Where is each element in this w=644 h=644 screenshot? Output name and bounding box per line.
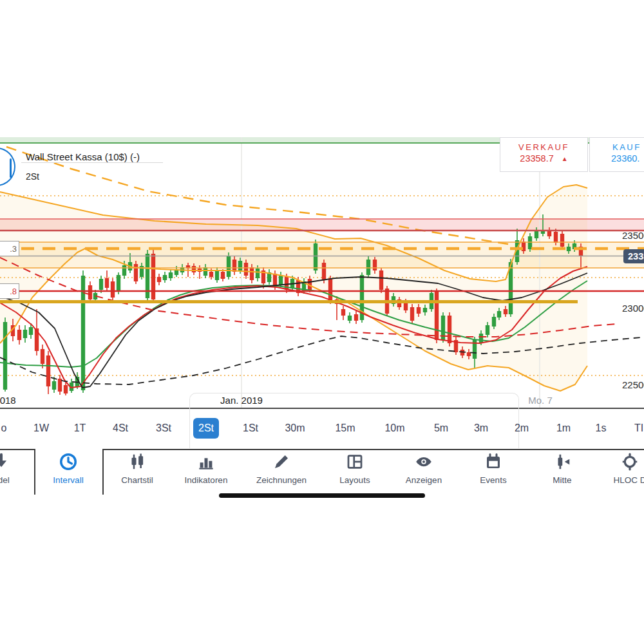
toolbar-item-label: Layouts	[319, 475, 390, 485]
candle-up	[227, 256, 231, 277]
candle-down	[341, 309, 345, 316]
sell-button[interactable]: VERKAUF 23358.7 ▲	[500, 137, 588, 172]
price-chart-canvas[interactable]	[0, 0, 644, 644]
level-price-tag: .3	[0, 241, 19, 256]
candle-down	[221, 272, 225, 279]
candle-down	[88, 285, 92, 299]
toolbar-item-layouts[interactable]: Layouts	[319, 452, 390, 491]
clock-icon	[33, 452, 104, 474]
interval-option-30m[interactable]: 30m	[277, 418, 313, 439]
interval-option-3st[interactable]: 3St	[146, 418, 182, 439]
toolbar-item-chartstil[interactable]: Chartstil	[102, 452, 173, 491]
price-axis-label: 22500	[622, 379, 644, 390]
interval-option-2st[interactable]: 2St	[193, 418, 219, 439]
candle-up	[423, 308, 427, 312]
toolbar-item-zeichnungen[interactable]: Zeichnungen	[246, 452, 317, 491]
interval-option-5m[interactable]: 5m	[423, 418, 459, 439]
candle-down	[410, 307, 414, 321]
candle-down	[111, 281, 115, 298]
interval-option-10m[interactable]: 10m	[377, 418, 413, 439]
toolbar-item-label: ndel	[0, 475, 37, 485]
candle-up	[366, 260, 370, 275]
interval-option-1t[interactable]: 1T	[62, 418, 98, 439]
toolbar-item-label: Events	[458, 475, 529, 485]
toolbar-item-mitte[interactable]: Mitte	[527, 452, 598, 491]
toolbar-item-events[interactable]: Events	[458, 452, 529, 491]
interval-option-1st[interactable]: 1St	[232, 418, 269, 439]
candle-down	[17, 330, 21, 340]
download-icon	[0, 452, 37, 474]
interval-option-3m[interactable]: 3m	[463, 418, 499, 439]
candle-down	[354, 314, 358, 321]
candle-up	[3, 322, 7, 390]
instrument-title[interactable]: Wall Street Kassa (10$) (-)	[26, 151, 140, 162]
level-price-tag: .8	[0, 283, 19, 299]
time-axis-label: Mo. 7	[528, 395, 553, 406]
title-underline	[21, 162, 163, 163]
toolbar-item-indikatoren[interactable]: Indikatoren	[171, 452, 242, 491]
candle-down	[244, 263, 248, 276]
interval-option-4st[interactable]: 4St	[102, 418, 138, 439]
candle-down	[417, 307, 421, 314]
sell-price: 23358.7 ▲	[500, 153, 587, 164]
toolbar-item-ndel[interactable]: ndel	[0, 452, 37, 491]
candle-up	[29, 327, 33, 335]
candle-down	[379, 270, 383, 290]
candle-up	[169, 272, 173, 278]
price-axis-label: 23500	[622, 230, 644, 241]
interval-option-1w[interactable]: 1W	[23, 418, 59, 439]
chart-interval-label: 2St	[26, 171, 39, 182]
toolbar-item-hloc-d[interactable]: HLOC D	[594, 452, 644, 491]
toolbar-item-intervall[interactable]: Intervall	[33, 452, 104, 491]
candle-up	[117, 275, 120, 292]
candle-up	[215, 270, 219, 280]
candle-up	[497, 311, 501, 317]
interval-option-ti[interactable]: TI	[621, 418, 644, 439]
sell-label: VERKAUF	[500, 142, 587, 152]
price-axis-label: 23000	[622, 303, 644, 314]
candle-up	[348, 316, 352, 321]
candle-down	[250, 267, 254, 280]
buy-price: 23360.	[590, 153, 644, 164]
toolbar-item-label: Intervall	[33, 475, 104, 485]
home-indicator[interactable]	[219, 493, 425, 498]
pencil-icon	[246, 452, 317, 474]
candlestick-icon	[102, 452, 173, 474]
candle-up	[163, 275, 167, 280]
candle-down	[322, 263, 326, 280]
toolbar-item-label: Indikatoren	[171, 475, 242, 485]
candle-down	[560, 234, 564, 247]
layout-icon	[319, 452, 390, 474]
candle-up	[279, 275, 283, 285]
candle-up	[535, 231, 538, 238]
candle-down	[554, 232, 558, 243]
trading-app-screen: Wall Street Kassa (10$) (-) 2St VERKAUF …	[0, 0, 644, 644]
up-triangle-icon: ▲	[562, 155, 568, 162]
interval-option-15m[interactable]: 15m	[327, 418, 363, 439]
candle-down	[547, 231, 551, 236]
candle-up	[238, 261, 242, 270]
interval-option-o[interactable]: o	[0, 418, 22, 439]
candle-down	[373, 260, 377, 270]
candle-up	[479, 334, 483, 343]
instrument-logo-bar	[10, 158, 12, 178]
candle-up	[314, 243, 317, 270]
candle-down	[157, 277, 161, 282]
interval-option-1s[interactable]: 1s	[583, 418, 619, 439]
candle-up	[52, 381, 56, 390]
toolbar-item-label: Mitte	[527, 475, 598, 485]
eye-icon	[388, 452, 459, 474]
toolbar-item-anzeigen[interactable]: Anzeigen	[388, 452, 459, 491]
interval-option-1m[interactable]: 1m	[545, 418, 582, 439]
candle-down	[504, 309, 507, 314]
current-price-badge: 23358.7	[623, 249, 644, 263]
candle-down	[209, 272, 213, 277]
candle-up	[567, 247, 571, 251]
toolbar-item-label: Zeichnungen	[246, 475, 317, 485]
hloc-target-icon	[594, 452, 644, 474]
candle-down	[134, 264, 138, 281]
interval-option-2m[interactable]: 2m	[504, 418, 540, 439]
candle-down	[232, 260, 236, 272]
buy-button[interactable]: KAUF 23360.	[589, 137, 644, 172]
candle-up	[122, 265, 126, 276]
